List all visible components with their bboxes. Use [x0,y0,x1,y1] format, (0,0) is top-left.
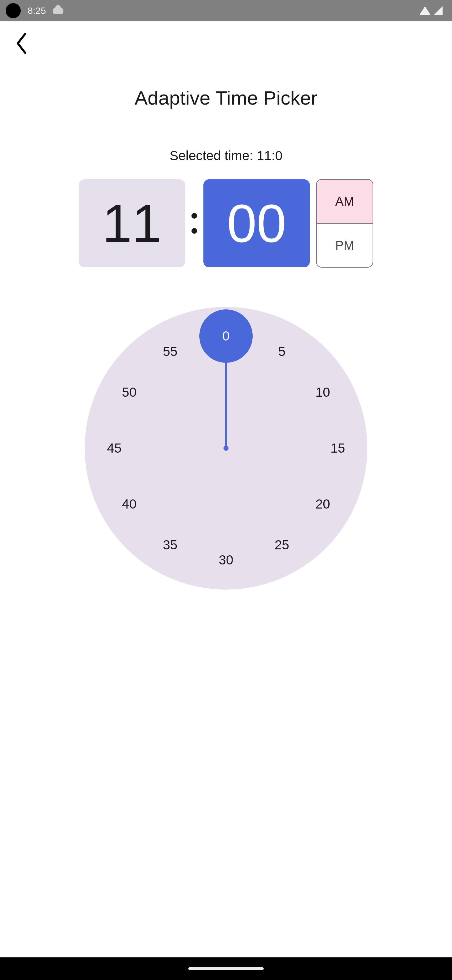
system-nav-bar [0,958,452,980]
page-title: Adaptive Time Picker [0,87,452,109]
clock-center-dot-icon [224,446,228,451]
camera-cutout-icon [6,3,21,18]
clock-number[interactable]: 15 [330,441,345,456]
pm-button[interactable]: PM [317,223,373,267]
clock-number[interactable]: 20 [316,496,330,512]
chevron-left-icon [16,32,28,54]
status-bar: 8:25 [0,0,452,21]
wifi-icon [419,6,431,15]
back-button[interactable] [13,34,32,53]
status-time: 8:25 [28,5,46,16]
cloud-icon [53,8,63,14]
cellular-icon [434,6,442,15]
status-left: 8:25 [6,3,63,18]
status-right [419,6,442,15]
am-button[interactable]: AM [317,180,373,223]
clock-number[interactable]: 5 [278,344,285,359]
minute-field[interactable]: 00 [203,179,310,267]
clock-number[interactable]: 50 [122,385,136,400]
clock-number[interactable]: 35 [163,538,178,552]
clock-selector-knob[interactable]: 0 [199,309,253,363]
app-bar [0,21,452,65]
time-input-row: 11 00 AM PM [0,179,452,267]
home-pill[interactable] [188,967,264,970]
clock-number[interactable]: 55 [163,344,178,359]
clock-number[interactable]: 30 [219,552,233,568]
ampm-toggle: AM PM [316,179,373,267]
colon-dot-icon [192,228,197,234]
clock-number[interactable]: 10 [316,385,330,400]
clock-number[interactable]: 45 [107,441,122,456]
hour-field[interactable]: 11 [79,179,185,267]
time-colon [192,213,197,234]
selected-time-label: Selected time: 11:0 [0,148,452,163]
clock-container: 0 510152025303540455055 [0,307,452,590]
clock-face[interactable]: 0 510152025303540455055 [85,307,367,590]
clock-number[interactable]: 25 [274,538,289,552]
clock-number[interactable]: 40 [122,496,136,512]
colon-dot-icon [192,213,197,219]
